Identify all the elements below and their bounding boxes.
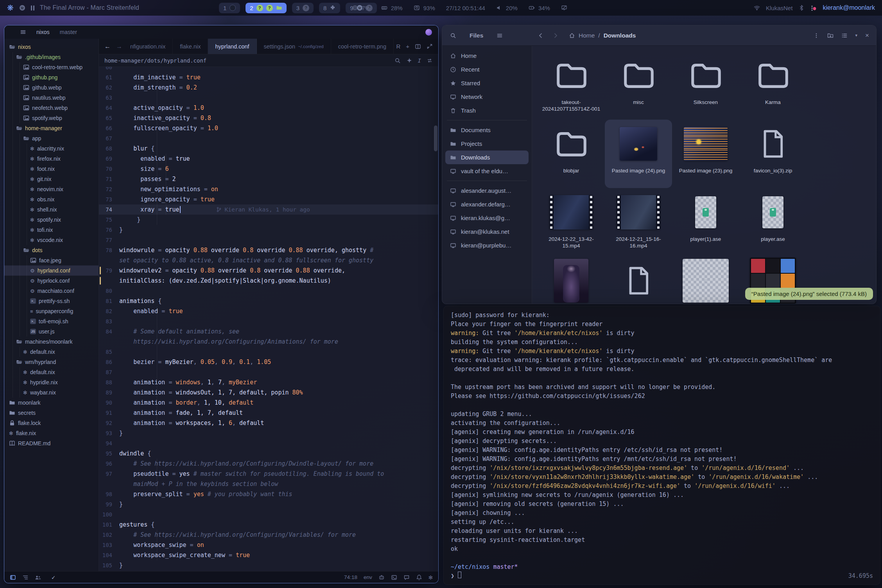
file-tree-item[interactable]: >_prettify-ss.sh (4, 296, 99, 306)
file-tree-item[interactable]: wm/hyprland (4, 357, 99, 367)
file-tree-item[interactable]: face.jpeg (4, 255, 99, 265)
code-line-73[interactable]: 73 ignore_opacity = true (99, 194, 438, 204)
file-tree-item[interactable]: ✻neovim.nix (4, 184, 99, 194)
code-line-wrap[interactable]: https://wiki.hyprland.org/Configuring/An… (99, 337, 438, 347)
file-tree-item[interactable]: github.webp (4, 82, 99, 93)
code-line-72[interactable]: 72 new_optimizations = on (99, 184, 438, 194)
file-tree-item[interactable]: ✻foot.nix (4, 164, 99, 174)
file-tree-item[interactable]: dots (4, 245, 99, 255)
code-line-88[interactable]: 88 animation = windows, 1, 7, myBezier (99, 377, 438, 387)
file-tree-item[interactable]: ✻firefox.nix (4, 154, 99, 164)
avatar[interactable] (425, 29, 432, 36)
code-line-95[interactable]: 95dwindle { (99, 448, 438, 459)
file-tree-item[interactable]: ✻shell.nix (4, 204, 99, 215)
grid-item-Silkscreen[interactable]: Silkscreen (672, 51, 739, 120)
view-toggle-icon[interactable] (841, 32, 848, 39)
code-line-60[interactable]: 60 (99, 67, 438, 72)
sidebar-item-starred[interactable]: Starred (445, 76, 529, 90)
editor[interactable]: 6061 dim_inactive = true62 dim_strength … (99, 67, 438, 571)
code-line-63[interactable]: 63 (99, 93, 438, 103)
code-line-87[interactable]: 87 (99, 367, 438, 377)
file-tree-item[interactable]: app (4, 133, 99, 143)
files-search-icon[interactable] (450, 32, 456, 39)
bluetooth-icon[interactable] (798, 5, 805, 11)
code-line-92[interactable]: 92 animation = workspaces, 1, 6, default (99, 418, 438, 428)
file-tree-item[interactable]: ✻waybar.nix (4, 387, 99, 398)
file-tree-item[interactable]: ⚙macchiato.conf (4, 286, 99, 296)
code-line-106[interactable]: 106 (99, 570, 438, 571)
file-tree-item[interactable]: ✻flake.nix (4, 428, 99, 438)
file-tree-item[interactable]: cool-retro-term.webp (4, 62, 99, 72)
grid-item-Pasted-image--24-.png[interactable]: Pasted image (24).png (605, 120, 672, 188)
workspace-8[interactable]: 8 (319, 3, 340, 13)
workspace-2[interactable]: 2?? (246, 3, 286, 13)
sidebar-item-recent[interactable]: Recent (445, 63, 529, 76)
file-tree-item[interactable]: ✻obs.nix (4, 194, 99, 204)
grid-item-2024-12-22-13-42-15.mp4[interactable]: 2024-12-22_13-42-15.mp4 (538, 188, 605, 256)
sidebar-item-projects[interactable]: Projects (445, 137, 529, 151)
code-line-wrap[interactable]: mainMod + P in the keybinds section belo… (99, 479, 438, 489)
expand-icon[interactable] (427, 43, 433, 50)
git-branch[interactable]: master (60, 29, 77, 35)
file-tree-item[interactable]: ✻git.nix (4, 174, 99, 184)
tab-hyprland.conf[interactable]: hyprland.conf (208, 39, 256, 54)
spotify-icon[interactable] (19, 5, 25, 11)
grid-item-player.ase[interactable]: player.ase (739, 188, 807, 256)
more-menu-icon[interactable] (813, 32, 819, 39)
file-tree-item[interactable]: ✻default.nix (4, 367, 99, 377)
workspace-3[interactable]: 3? (292, 3, 314, 13)
project-name[interactable]: nixos (36, 29, 50, 35)
code-line-wrap[interactable]: set opacity to 0.88 active, 0.8 inactive… (99, 255, 438, 265)
code-line-61[interactable]: 61 dim_inactive = true (99, 72, 438, 82)
pause-icon[interactable] (31, 5, 34, 11)
code-line-96[interactable]: 96 # See https://wiki.hyprland.org/Confi… (99, 459, 438, 469)
terminal-prompt-line[interactable]: ❯34.695s (451, 572, 873, 581)
code-line-99[interactable]: 99} (99, 499, 438, 509)
file-tree-item[interactable]: ✻default.nix (4, 347, 99, 357)
grid-item-blobjar[interactable]: blobjar (538, 120, 605, 188)
nav-forward-icon[interactable]: → (116, 43, 122, 50)
code-line-75[interactable]: 75 } (99, 215, 438, 225)
file-tree-item[interactable]: ✻spotify.nix (4, 215, 99, 225)
code-line-66[interactable]: 66 fullscreen_opacity = 1.0 (99, 123, 438, 133)
new-folder-icon[interactable] (827, 32, 834, 39)
code-line-84[interactable]: 84 # Some default animations, see (99, 326, 438, 337)
file-tree-item[interactable]: README.md (4, 438, 99, 448)
code-line-83[interactable]: 83 (99, 316, 438, 326)
tab-flake.nix[interactable]: flake.nix (173, 39, 208, 54)
tray-icon[interactable] (810, 5, 817, 11)
file-tree-item[interactable]: neofetch.webp (4, 103, 99, 113)
r-button[interactable]: R (396, 43, 400, 50)
code-line-76[interactable]: 76} (99, 225, 438, 235)
code-line-80[interactable]: 80 (99, 286, 438, 296)
file-tree-item[interactable]: ✻alacritty.nix (4, 143, 99, 154)
code-line-86[interactable]: 86 bezier = myBezier, 0.05, 0.9, 0.1, 1.… (99, 357, 438, 367)
file-tree-item[interactable]: flake.lock (4, 418, 99, 428)
file-tree-item[interactable]: .github/images (4, 52, 99, 62)
env-label[interactable]: env (364, 574, 372, 580)
back-icon[interactable] (538, 32, 544, 39)
grid-item-player-1-.ase[interactable]: player(1).ase (672, 188, 739, 256)
wifi-icon[interactable] (754, 5, 760, 11)
home-icon[interactable] (569, 32, 575, 39)
file-tree-item[interactable]: secrets (4, 408, 99, 418)
code-line-70[interactable]: 70 size = 6 (99, 164, 438, 174)
code-line-105[interactable]: 105} (99, 560, 438, 570)
workspace-1[interactable]: 1 (219, 3, 240, 13)
project-panel-toggle-icon[interactable] (10, 574, 16, 581)
sidebar-item-downloads[interactable]: Downloads (445, 151, 529, 164)
sidebar-item-alexander-defarg-[interactable]: alexander.defarg… (445, 197, 529, 211)
code-line-68[interactable]: 68 blur { (99, 143, 438, 154)
file-tree-item[interactable]: moonlark (4, 398, 99, 408)
file-tree-item[interactable]: ⚙hyprlock.conf (4, 276, 99, 286)
forward-icon[interactable] (552, 32, 559, 39)
sidebar-item-trash[interactable]: Trash (445, 104, 529, 117)
volume-icon[interactable] (496, 5, 502, 11)
editor-scrollbar[interactable] (434, 125, 437, 151)
grid-item-Gemini-Generated-Image-4rqv8k4rqv8k4rqv.jpg[interactable]: Gemini_Generated_Image_4rqv8k4rqv8k4rqv.… (538, 256, 605, 304)
code-line-81[interactable]: 81animations { (99, 296, 438, 306)
breadcrumb-current[interactable]: Downloads (604, 32, 636, 39)
file-tree-item[interactable]: spotify.webp (4, 113, 99, 123)
search-icon[interactable] (394, 57, 401, 64)
code-line-98[interactable]: 98 preserve_split = yes # you probably w… (99, 489, 438, 499)
